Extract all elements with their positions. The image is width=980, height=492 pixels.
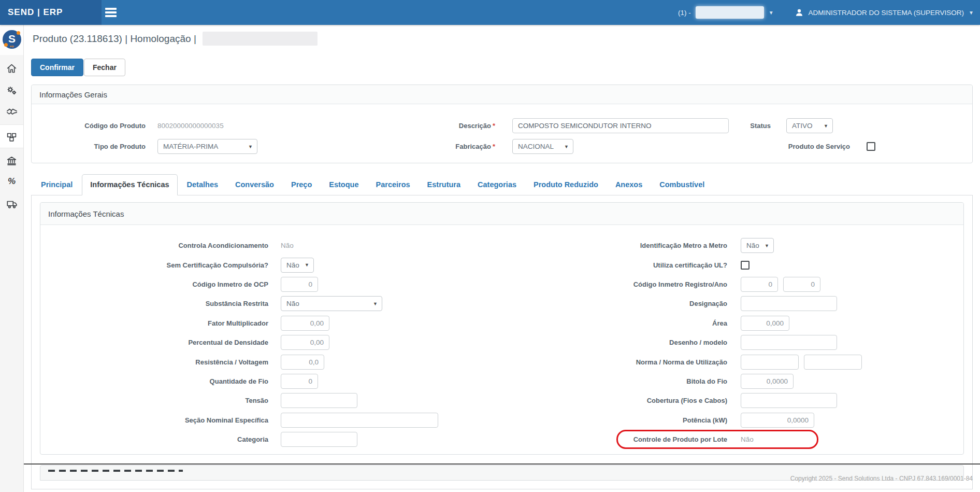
sidebar: S erp % [0, 25, 24, 492]
topbar: SEND | ERP (1) - ▼ ADMINISTRADOR DO SIST… [0, 0, 980, 25]
field-label: Área [493, 319, 727, 327]
field-label: Norma / Norma de Utilização [493, 358, 727, 366]
tab-principal[interactable]: Principal [33, 175, 80, 195]
field-input[interactable] [741, 335, 837, 350]
tab-pre-o[interactable]: Preço [283, 175, 320, 195]
field-label: Utiliza certificação UL? [493, 261, 727, 269]
field-label: Código Inmetro de OCP [40, 280, 268, 288]
field-input[interactable] [804, 355, 862, 370]
sidebar-item-products[interactable] [0, 126, 23, 147]
menu-icon[interactable] [105, 8, 118, 17]
field-input[interactable] [281, 374, 318, 389]
truck-icon [6, 199, 18, 210]
field-label: Identificação Metro a Metro [493, 242, 727, 249]
field-label: Controle de Produto por Lote [493, 435, 727, 443]
service-product-checkbox[interactable] [867, 142, 875, 151]
tab-anexos[interactable]: Anexos [608, 175, 650, 195]
form-row: Percentual de Densidade [40, 333, 496, 352]
field-input[interactable] [281, 335, 329, 350]
company-selector[interactable] [696, 6, 764, 19]
page-title: Produto (23.118613) | Homologação | [33, 32, 318, 46]
field-label: Cobertura (Fios e Cabos) [493, 397, 727, 404]
send-logo-icon[interactable]: S erp [3, 30, 21, 49]
chevron-down-icon: ▼ [373, 301, 378, 306]
form-row: Identificação Metro a MetroNão▼ [493, 236, 973, 255]
form-row: Potência (kW) [493, 411, 973, 430]
tab-estoque[interactable]: Estoque [321, 175, 366, 195]
field-input[interactable] [281, 277, 318, 292]
field-input[interactable] [281, 355, 324, 370]
chevron-down-icon[interactable]: ▼ [969, 10, 974, 16]
confirm-button[interactable]: Confirmar [31, 59, 83, 76]
tab-parceiros[interactable]: Parceiros [368, 175, 418, 195]
field-input[interactable] [741, 374, 794, 389]
form-row: Norma / Norma de Utilização [493, 352, 973, 371]
footer-divider [24, 463, 980, 465]
readonly-value: Não [281, 242, 294, 249]
field-input[interactable] [741, 277, 778, 292]
field-label: Tensão [40, 397, 268, 404]
field-select[interactable]: Não▼ [281, 296, 382, 311]
field-label: Potência (kW) [493, 416, 727, 424]
tab-detalhes[interactable]: Detalhes [179, 175, 226, 195]
chevron-down-icon[interactable]: ▼ [769, 10, 774, 16]
form-row: Controla AcondicionamentoNão [40, 236, 496, 255]
field-select[interactable]: Não▼ [741, 238, 774, 253]
manufacture-select[interactable]: NACIONAL▼ [512, 139, 573, 154]
general-info-panel: Informações Gerais Código do Produto 800… [31, 85, 973, 163]
sidebar-item-settings[interactable] [0, 80, 23, 101]
field-input[interactable] [741, 296, 837, 311]
tab-convers-o[interactable]: Conversão [227, 175, 282, 195]
field-label: Categoria [40, 435, 268, 443]
technical-left-column: Controla AcondicionamentoNãoSem Certific… [40, 236, 496, 449]
description-label: Descrição* [342, 118, 495, 133]
sidebar-item-logistics[interactable] [0, 194, 23, 215]
environment-prefix: (1) - [678, 9, 691, 17]
page-title-text: Produto (23.118613) | Homologação | [33, 33, 196, 45]
required-asterisk: * [493, 122, 495, 130]
tab-categorias[interactable]: Categorias [470, 175, 524, 195]
field-input[interactable] [281, 432, 357, 447]
field-input[interactable] [281, 413, 438, 428]
status-select[interactable]: ATIVO▼ [786, 118, 833, 133]
sidebar-item-finance[interactable] [0, 150, 23, 171]
technical-right-column: Identificação Metro a MetroNão▼Utiliza c… [493, 236, 973, 449]
form-row: Controle de Produto por LoteNão [493, 430, 973, 449]
field-input[interactable] [783, 277, 820, 292]
user-menu[interactable]: ADMINISTRADOR DO SISTEMA (SUPERVISOR) [809, 9, 964, 17]
handshake-icon [6, 106, 18, 118]
tab-estrutura[interactable]: Estrutura [420, 175, 468, 195]
tab-informa-es-t-cnicas[interactable]: Informações Técnicas [82, 174, 177, 195]
field-input[interactable] [741, 355, 799, 370]
sidebar-item-partners[interactable] [0, 102, 23, 122]
form-row: Fator Multiplicador [40, 314, 496, 333]
product-type-select[interactable]: MATÉRIA-PRIMA▼ [157, 139, 257, 154]
field-label: Designação [493, 300, 727, 307]
copyright-text: Copyright 2025 - Send Solutions Ltda - C… [790, 475, 973, 482]
sidebar-item-taxes[interactable]: % [0, 171, 23, 192]
field-label: Bitola do Fio [493, 377, 727, 385]
field-input[interactable] [741, 393, 837, 408]
tab-produto-reduzido[interactable]: Produto Reduzido [526, 175, 606, 195]
form-row: Desenho / modelo [493, 333, 973, 352]
chevron-down-icon: ▼ [824, 123, 828, 129]
tab-content: Informações Técnicas Controla Acondicion… [31, 195, 973, 489]
tab-combust-vel[interactable]: Combustível [652, 175, 712, 195]
tab-bar: PrincipalInformações TécnicasDetalhesCon… [31, 172, 973, 195]
field-input[interactable] [741, 413, 814, 428]
field-checkbox[interactable] [741, 261, 750, 270]
field-input[interactable] [281, 316, 329, 331]
topbar-right: (1) - ▼ ADMINISTRADOR DO SISTEMA (SUPERV… [678, 0, 974, 25]
field-input[interactable] [741, 316, 789, 331]
general-info-title: Informações Gerais [32, 85, 972, 104]
sidebar-item-home[interactable] [0, 58, 23, 79]
logo-block: S erp [0, 25, 23, 55]
form-row: Sem Certificação Compulsória?Não▼ [40, 255, 496, 274]
close-button[interactable]: Fechar [84, 59, 125, 76]
field-input[interactable] [281, 393, 357, 408]
form-row: Quantidade de Fio [40, 372, 496, 391]
cubes-icon [6, 132, 17, 143]
form-row: Utiliza certificação UL? [493, 255, 973, 274]
field-select[interactable]: Não▼ [281, 258, 314, 273]
service-product-label: Produto de Serviço [746, 139, 850, 154]
